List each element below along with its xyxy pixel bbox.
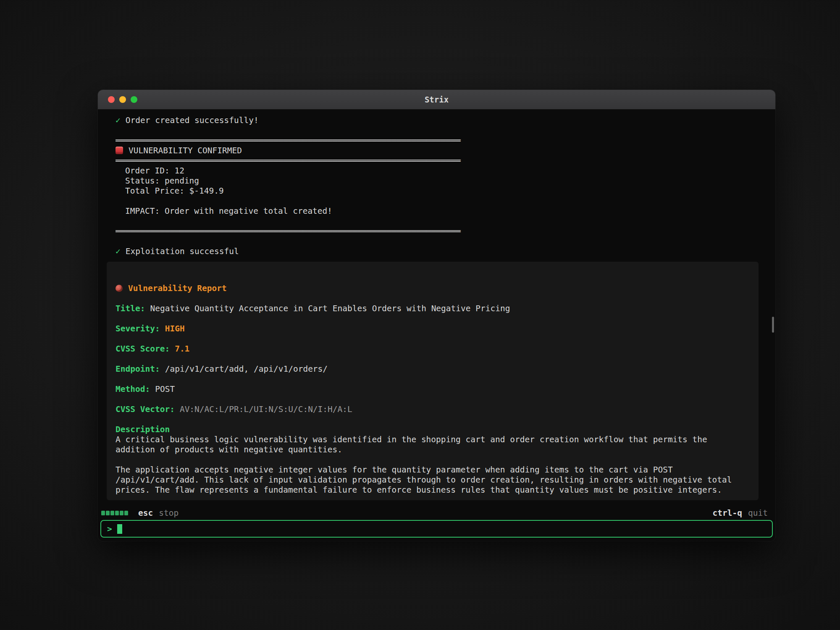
order-created-text: Order created successfully! [126, 116, 259, 125]
window-titlebar[interactable]: Strix [98, 90, 775, 110]
report-endpoint-field: Endpoint:/api/v1/cart/add, /api/v1/order… [116, 364, 748, 374]
esc-key-hint[interactable]: esc [138, 508, 153, 518]
strix-window: Strix ✓Order created successfully! ═════… [98, 90, 775, 541]
title-label: Title: [116, 304, 145, 313]
checkmark-icon: ✓ [116, 247, 121, 256]
endpoint-label: Endpoint: [116, 364, 160, 374]
quit-key-hint[interactable]: ctrl-q [713, 508, 742, 518]
blank-line [116, 236, 759, 247]
scrollbar-thumb[interactable] [772, 317, 774, 333]
report-severity-field: Severity:HIGH [116, 324, 748, 334]
terminal-log: ✓Order created successfully! ═══════════… [107, 116, 759, 257]
bug-icon [116, 285, 123, 292]
cvss-score-value: 7.1 [175, 344, 189, 354]
order-status-line: Status: pending [116, 176, 759, 186]
impact-line: IMPACT: Order with negative total create… [116, 206, 759, 216]
report-vector-field: CVSS Vector:AV:N/AC:L/PR:L/UI:N/S:U/C:N/… [116, 404, 748, 415]
blank-line [116, 394, 748, 404]
text-cursor [117, 524, 122, 534]
terminal-footer: esc stop ctrl-q quit > [98, 504, 775, 541]
exploitation-successful-line: ✓Exploitation successful [116, 247, 759, 257]
blank-line [116, 314, 748, 324]
description-heading: Description [116, 425, 170, 434]
desktop-background: Strix ✓Order created successfully! ═════… [0, 0, 840, 630]
method-label: Method: [116, 384, 150, 394]
blank-line [116, 294, 748, 304]
description-heading-line: Description [116, 425, 748, 435]
order-created-line: ✓Order created successfully! [116, 116, 759, 126]
cvss-score-label: CVSS Score: [116, 344, 170, 354]
total-price-line: Total Price: $-149.9 [116, 186, 759, 196]
report-method-field: Method:POST [116, 384, 748, 394]
exploitation-successful-text: Exploitation successful [126, 247, 239, 256]
quit-action-label: quit [748, 508, 768, 518]
blank-line [116, 415, 748, 425]
blank-line [116, 196, 759, 206]
separator-line: ════════════════════════════════════════… [116, 156, 759, 166]
vulnerability-confirmed-text: VULNERABILITY CONFIRMED [129, 146, 242, 155]
window-title: Strix [98, 90, 775, 109]
terminal-output: ✓Order created successfully! ═══════════… [98, 110, 775, 504]
blank-line [116, 374, 748, 384]
report-title-field: Title:Negative Quantity Acceptance in Ca… [116, 304, 748, 314]
command-input[interactable]: > [100, 520, 773, 538]
cvss-vector-value: AV:N/AC:L/PR:L/UI:N/S:U/C:N/I:H/A:L [180, 404, 352, 414]
report-heading: Vulnerability Report [128, 284, 227, 293]
vulnerability-report-panel: Vulnerability Report Title:Negative Quan… [107, 262, 759, 500]
method-value: POST [155, 384, 175, 394]
status-bar-right: ctrl-q quit [713, 508, 768, 518]
report-heading-line: Vulnerability Report [116, 284, 748, 294]
separator-line: ════════════════════════════════════════… [116, 226, 759, 236]
severity-value: HIGH [165, 324, 185, 333]
checkmark-icon: ✓ [116, 116, 121, 125]
status-bar-left: esc stop [101, 508, 178, 518]
vulnerability-confirmed-line: VULNERABILITY CONFIRMED [116, 146, 759, 156]
separator-line: ════════════════════════════════════════… [116, 136, 759, 146]
description-paragraph-2: The application accepts negative integer… [116, 465, 740, 495]
order-id-line: Order ID: 12 [116, 166, 759, 176]
blank-line [116, 216, 759, 226]
status-bar: esc stop ctrl-q quit [98, 507, 775, 519]
prompt-chevron: > [107, 524, 112, 534]
blank-line [116, 334, 748, 344]
siren-icon [116, 147, 123, 154]
report-cvss-field: CVSS Score:7.1 [116, 344, 748, 354]
blank-line [116, 455, 748, 465]
esc-action-label: stop [159, 508, 178, 518]
endpoint-value: /api/v1/cart/add, /api/v1/orders/ [165, 364, 328, 374]
title-value: Negative Quantity Acceptance in Cart Ena… [150, 304, 510, 313]
activity-indicator [101, 511, 128, 515]
blank-line [116, 126, 759, 136]
severity-label: Severity: [116, 324, 160, 333]
blank-line [116, 354, 748, 364]
cvss-vector-label: CVSS Vector: [116, 404, 175, 414]
description-paragraph-1: A critical business logic vulnerability … [116, 435, 740, 455]
